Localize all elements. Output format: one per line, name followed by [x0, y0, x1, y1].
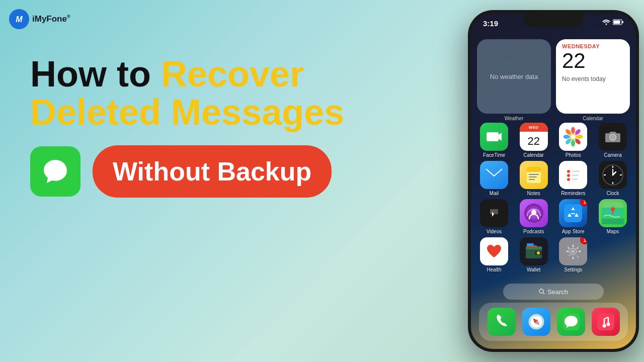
svg-rect-57 — [527, 243, 534, 246]
dock-music[interactable] — [592, 308, 620, 336]
app-podcasts[interactable]: Podcasts — [517, 199, 551, 234]
svg-point-28 — [567, 174, 570, 177]
left-content: How to Recover Deleted Messages Without … — [30, 55, 382, 198]
reminders-svg — [562, 164, 584, 186]
without-backup-button[interactable]: Without Backup — [93, 145, 332, 198]
svg-point-55 — [537, 251, 540, 254]
reminders-icon — [559, 161, 587, 189]
phone-screen: 3:19 — [471, 13, 636, 349]
camera-label: Camera — [604, 152, 622, 158]
maps-icon — [599, 199, 627, 227]
app-wallet[interactable]: Wallet — [517, 237, 551, 273]
dock-safari[interactable] — [522, 308, 550, 336]
mail-label: Mail — [490, 191, 499, 196]
svg-rect-44 — [571, 213, 575, 214]
app-appstore[interactable]: 1 App Store — [556, 199, 590, 234]
svg-rect-29 — [572, 174, 579, 176]
weather-widget: No weather data Weather — [477, 39, 551, 114]
app-row-4: Health — [477, 237, 630, 273]
svg-point-9 — [571, 140, 575, 147]
phone-mockup: 3:19 — [448, 10, 644, 362]
photos-svg — [561, 125, 585, 148]
appletv-svg — [485, 206, 503, 220]
app-camera[interactable]: Camera — [596, 123, 630, 158]
calendar-events: No events today — [556, 73, 630, 86]
search-bar[interactable]: Search — [503, 284, 604, 300]
notes-label: Notes — [527, 191, 540, 196]
facetime-label: FaceTime — [483, 152, 505, 158]
mail-svg — [486, 168, 503, 182]
headline-line2: Deleted Messages — [30, 94, 382, 132]
widgets-row: No weather data Weather WEDNESDAY 22 No … — [477, 39, 630, 114]
app-videos[interactable]: Videos — [477, 199, 511, 234]
mail-icon — [480, 161, 508, 189]
calendar-widget-inner: WEDNESDAY 22 No events today — [556, 39, 630, 114]
camera-icon — [599, 123, 627, 151]
app-empty — [596, 237, 630, 273]
svg-point-70 — [606, 323, 610, 326]
notes-icon — [520, 161, 548, 189]
bottom-row: Without Backup — [30, 145, 382, 198]
settings-svg — [564, 242, 583, 261]
wallet-icon — [520, 237, 548, 265]
search-text: Search — [547, 288, 568, 296]
svg-point-30 — [567, 178, 570, 181]
headline-recover: Recover — [161, 55, 304, 94]
cal-icon-header: WED — [520, 123, 548, 132]
calendar-date: 22 — [562, 49, 624, 72]
podcasts-svg — [524, 204, 543, 223]
app-reminders[interactable]: Reminders — [556, 161, 590, 196]
svg-rect-22 — [529, 174, 539, 175]
messages-icon-small — [562, 313, 580, 330]
weather-widget-inner: No weather data — [477, 39, 551, 114]
settings-label: Settings — [564, 267, 582, 273]
svg-rect-6 — [487, 132, 499, 141]
svg-point-49 — [611, 207, 615, 211]
app-notes[interactable]: Notes — [517, 161, 551, 196]
photos-icon — [559, 123, 587, 151]
cal-icon-body: 22 — [520, 132, 548, 151]
svg-point-2 — [606, 24, 607, 25]
appstore-icon: 1 — [559, 199, 587, 227]
app-mail[interactable]: Mail — [477, 161, 511, 196]
podcasts-label: Podcasts — [523, 229, 544, 234]
app-grid: FaceTime WED 22 Calendar — [477, 123, 630, 276]
dock-messages[interactable] — [557, 308, 585, 336]
svg-point-16 — [571, 134, 576, 139]
phone-notch — [523, 13, 584, 27]
cal-icon-date: 22 — [527, 135, 539, 148]
headline-how-to: How to — [30, 55, 151, 94]
app-maps[interactable]: Maps — [596, 199, 630, 234]
svg-text:M: M — [16, 15, 23, 24]
app-calendar[interactable]: WED 22 Calendar — [517, 123, 551, 158]
svg-point-69 — [602, 324, 606, 328]
appstore-svg — [564, 204, 582, 222]
app-health[interactable]: Health — [477, 237, 511, 273]
app-clock[interactable]: Clock — [596, 161, 630, 196]
videos-label: Videos — [487, 229, 502, 234]
backup-button-text: Without Backup — [113, 156, 311, 187]
maps-label: Maps — [607, 229, 619, 234]
clock-svg — [602, 164, 624, 186]
settings-badge: 1 — [580, 237, 587, 244]
safari-icon — [528, 313, 545, 330]
svg-point-11 — [577, 135, 583, 139]
appstore-label: App Store — [562, 229, 584, 234]
app-settings[interactable]: 1 Settings — [556, 237, 590, 273]
maps-svg — [602, 202, 624, 224]
logo-area: M iMyFone® — [9, 9, 70, 29]
app-photos[interactable]: Photos — [556, 123, 590, 158]
svg-rect-5 — [622, 21, 624, 23]
empty-slot — [599, 237, 627, 265]
svg-rect-23 — [529, 176, 537, 177]
app-row-2: Mail Notes — [477, 161, 630, 196]
weather-label: Weather — [477, 116, 551, 121]
calendar-widget-header: WEDNESDAY 22 — [556, 39, 630, 73]
svg-rect-24 — [529, 179, 535, 180]
clock-icon — [599, 161, 627, 189]
app-facetime[interactable]: FaceTime — [477, 123, 511, 158]
svg-line-62 — [543, 293, 544, 295]
appstore-badge: 1 — [580, 199, 587, 206]
dock-phone[interactable] — [488, 308, 516, 336]
phone-frame: 3:19 — [468, 10, 639, 352]
